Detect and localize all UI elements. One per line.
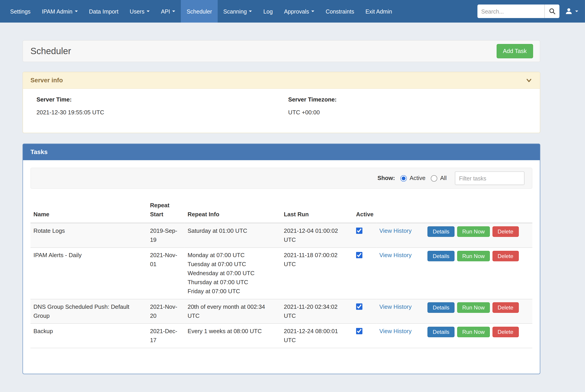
col-last-run: Last Run (281, 198, 353, 223)
repeat-info-line: Tuesday at 07:00 UTC (188, 260, 278, 269)
server-timezone-col: Server Timezone: UTC +00:00 (288, 96, 540, 116)
repeat-info-line: Monday at 07:00 UTC (188, 251, 278, 260)
repeat-info-line: Every 1 weeks at 08:00 UTC (188, 327, 278, 336)
task-last-run: 2021-12-04 01:00:02 UTC (281, 223, 353, 248)
delete-button[interactable]: Delete (492, 302, 519, 313)
task-repeat-info: 20th of every month at 002:34 UTC (184, 299, 281, 324)
view-history-link[interactable]: View History (379, 328, 412, 334)
nav-item-scheduler[interactable]: Scheduler (181, 0, 218, 22)
task-repeat-start: 2021-Nov-01 (147, 248, 185, 299)
delete-button[interactable]: Delete (492, 251, 519, 262)
nav-item-users[interactable]: Users (124, 0, 155, 22)
nav-item-settings[interactable]: Settings (4, 0, 36, 22)
filter-all-label: All (440, 175, 447, 182)
col-active: Active (353, 198, 376, 223)
nav-item-api[interactable]: API (155, 0, 181, 22)
run-now-button[interactable]: Run Now (457, 302, 490, 313)
repeat-info-line: Wednesday at 07:00 UTC (188, 269, 278, 278)
view-history-link[interactable]: View History (379, 303, 412, 310)
repeat-info-line: Friday at 07:00 UTC (188, 287, 278, 296)
nav-menu: Settings IPAM Admin Data Import Users AP… (4, 0, 398, 22)
search-icon (549, 8, 556, 15)
page-title: Scheduler (30, 46, 71, 56)
nav-item-scanning[interactable]: Scanning (218, 0, 258, 22)
main-content: Scheduler Add Task Server info Server Ti… (0, 22, 540, 374)
task-last-run: 2021-11-18 07:00:02 UTC (281, 248, 353, 299)
server-info-title: Server info (30, 77, 63, 84)
col-repeat-start: Repeat Start (147, 198, 185, 223)
tasks-toolbar: Show: Active All (30, 168, 532, 188)
server-info-header[interactable]: Server info (23, 72, 540, 89)
filter-all-radio[interactable]: All (431, 175, 447, 182)
navbar: Settings IPAM Admin Data Import Users AP… (0, 0, 585, 22)
nav-item-log[interactable]: Log (258, 0, 279, 22)
details-button[interactable]: Details (427, 226, 455, 237)
col-repeat-info: Repeat Info (184, 198, 281, 223)
col-history (376, 198, 424, 223)
tasks-panel: Tasks Show: Active All (22, 144, 540, 374)
tasks-panel-body: Show: Active All (23, 160, 540, 374)
task-repeat-info: Every 1 weeks at 08:00 UTC (184, 324, 281, 348)
caret-down-icon (249, 10, 252, 12)
details-button[interactable]: Details (427, 251, 455, 262)
add-task-button[interactable]: Add Task (496, 44, 533, 58)
tasks-panel-header: Tasks (23, 144, 540, 160)
tasks-table: Name Repeat Start Repeat Info Last Run A… (30, 198, 532, 348)
search-group (478, 4, 559, 18)
server-time-value: 2021-12-30 19:55:05 UTC (36, 109, 288, 116)
table-row: IPAM Alerts - Daily 2021-Nov-01 Monday a… (30, 248, 532, 299)
screen: Settings IPAM Admin Data Import Users AP… (0, 0, 585, 392)
search-button[interactable] (545, 4, 560, 18)
table-header: Name Repeat Start Repeat Info Last Run A… (30, 198, 532, 223)
nav-item-approvals[interactable]: Approvals (278, 0, 320, 22)
details-button[interactable]: Details (427, 302, 455, 313)
task-repeat-start: 2019-Sep-19 (147, 223, 185, 248)
filter-all-radio-input[interactable] (431, 175, 437, 181)
task-last-run: 2021-12-24 08:00:01 UTC (281, 324, 353, 348)
nav-item-constraints[interactable]: Constraints (320, 0, 360, 22)
server-info-panel: Server info Server Time: 2021-12-30 19:5… (22, 72, 540, 133)
view-history-link[interactable]: View History (379, 228, 412, 234)
task-repeat-info: Monday at 07:00 UTCTuesday at 07:00 UTCW… (184, 248, 281, 299)
nav-right (478, 0, 585, 22)
details-button[interactable]: Details (427, 327, 455, 338)
server-timezone-label: Server Timezone: (288, 96, 540, 103)
show-label: Show: (378, 175, 395, 182)
col-name: Name (30, 198, 147, 223)
task-repeat-start: 2021-Dec-17 (147, 324, 185, 348)
caret-down-icon (75, 10, 77, 12)
task-name: Backup (30, 324, 147, 348)
search-input[interactable] (478, 4, 545, 18)
server-time-col: Server Time: 2021-12-30 19:55:05 UTC (36, 96, 288, 116)
task-name: DNS Group Scheduled Push: Default Group (30, 299, 147, 324)
delete-button[interactable]: Delete (492, 226, 519, 237)
server-time-label: Server Time: (36, 96, 288, 103)
task-active-checkbox[interactable] (356, 252, 362, 258)
caret-down-icon (172, 10, 175, 12)
nav-item-exit-admin[interactable]: Exit Admin (360, 0, 398, 22)
task-active-checkbox[interactable] (356, 303, 362, 310)
app: Settings IPAM Admin Data Import Users AP… (0, 0, 585, 392)
caret-down-icon (147, 10, 149, 12)
run-now-button[interactable]: Run Now (457, 226, 490, 237)
filter-active-radio-input[interactable] (400, 175, 407, 181)
table-row: DNS Group Scheduled Push: Default Group … (30, 299, 532, 324)
server-info-body: Server Time: 2021-12-30 19:55:05 UTC Ser… (23, 89, 540, 132)
view-history-link[interactable]: View History (379, 252, 412, 258)
task-active-checkbox[interactable] (356, 328, 362, 334)
nav-item-ipam-admin[interactable]: IPAM Admin (36, 0, 83, 22)
run-now-button[interactable]: Run Now (457, 327, 490, 338)
caret-down-icon (311, 10, 314, 12)
nav-item-data-import[interactable]: Data Import (83, 0, 124, 22)
filter-active-radio[interactable]: Active (400, 175, 426, 182)
user-menu[interactable] (563, 7, 580, 16)
filter-tasks-input[interactable] (455, 172, 524, 185)
task-name: IPAM Alerts - Daily (30, 248, 147, 299)
delete-button[interactable]: Delete (492, 327, 519, 338)
task-active-checkbox[interactable] (356, 228, 362, 234)
table-body: Rotate Logs 2019-Sep-19 Saturday at 01:0… (30, 223, 532, 348)
task-repeat-info: Saturday at 01:00 UTC (184, 223, 281, 248)
task-repeat-start: 2021-Nov-20 (147, 299, 185, 324)
col-actions (424, 198, 532, 223)
run-now-button[interactable]: Run Now (457, 251, 490, 262)
